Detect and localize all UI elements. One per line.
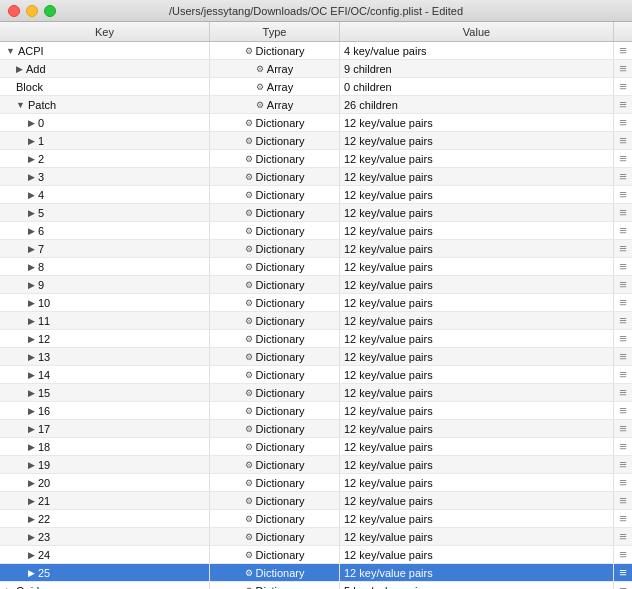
table-row[interactable]: ▶22⚙Dictionary12 key/value pairs≡ (0, 510, 632, 528)
table-row[interactable]: ▶5⚙Dictionary12 key/value pairs≡ (0, 204, 632, 222)
table-row[interactable]: ▶20⚙Dictionary12 key/value pairs≡ (0, 474, 632, 492)
minimize-button[interactable] (26, 5, 38, 17)
table-row[interactable]: ▶16⚙Dictionary12 key/value pairs≡ (0, 402, 632, 420)
col-header-value[interactable]: Value (340, 22, 614, 41)
table-row[interactable]: Block⚙Array0 children≡ (0, 78, 632, 96)
expand-arrow-icon[interactable]: ▶ (28, 244, 35, 254)
expand-arrow-icon[interactable]: ▶ (28, 298, 35, 308)
expand-arrow-icon[interactable]: ▶ (28, 532, 35, 542)
row-menu-icon[interactable]: ≡ (614, 348, 632, 365)
row-menu-icon[interactable]: ≡ (614, 240, 632, 257)
expand-arrow-icon[interactable]: ▶ (28, 226, 35, 236)
row-menu-icon[interactable]: ≡ (614, 366, 632, 383)
row-menu-icon[interactable]: ≡ (614, 402, 632, 419)
expand-arrow-icon[interactable]: ▶ (28, 460, 35, 470)
expand-arrow-icon[interactable]: ▼ (16, 100, 25, 110)
table-row[interactable]: ▶24⚙Dictionary12 key/value pairs≡ (0, 546, 632, 564)
expand-arrow-icon[interactable]: ▶ (28, 172, 35, 182)
expand-arrow-icon[interactable]: ▶ (28, 406, 35, 416)
table-row[interactable]: ▶7⚙Dictionary12 key/value pairs≡ (0, 240, 632, 258)
table-row[interactable]: ▶13⚙Dictionary12 key/value pairs≡ (0, 348, 632, 366)
row-menu-icon[interactable]: ≡ (614, 258, 632, 275)
expand-arrow-icon[interactable]: ▶ (28, 136, 35, 146)
table-row[interactable]: ▶14⚙Dictionary12 key/value pairs≡ (0, 366, 632, 384)
table-row[interactable]: ▶10⚙Dictionary12 key/value pairs≡ (0, 294, 632, 312)
expand-arrow-icon[interactable]: ▶ (28, 478, 35, 488)
table-row[interactable]: ▶Quirks⚙Dictionary5 key/value pairs≡ (0, 582, 632, 589)
row-menu-icon[interactable]: ≡ (614, 546, 632, 563)
maximize-button[interactable] (44, 5, 56, 17)
row-menu-icon[interactable]: ≡ (614, 510, 632, 527)
table-row[interactable]: ▶23⚙Dictionary12 key/value pairs≡ (0, 528, 632, 546)
expand-arrow-icon[interactable]: ▶ (28, 154, 35, 164)
expand-arrow-icon[interactable]: ▶ (28, 514, 35, 524)
expand-arrow-icon[interactable]: ▶ (28, 316, 35, 326)
row-menu-icon[interactable]: ≡ (614, 132, 632, 149)
row-menu-icon[interactable]: ≡ (614, 204, 632, 221)
row-menu-icon[interactable]: ≡ (614, 42, 632, 59)
row-menu-icon[interactable]: ≡ (614, 420, 632, 437)
table-row[interactable]: ▶1⚙Dictionary12 key/value pairs≡ (0, 132, 632, 150)
table-row[interactable]: ▶19⚙Dictionary12 key/value pairs≡ (0, 456, 632, 474)
table-row[interactable]: ▶0⚙Dictionary12 key/value pairs≡ (0, 114, 632, 132)
expand-arrow-icon[interactable]: ▶ (16, 64, 23, 74)
table-row[interactable]: ▶2⚙Dictionary12 key/value pairs≡ (0, 150, 632, 168)
row-menu-icon[interactable]: ≡ (614, 330, 632, 347)
row-menu-icon[interactable]: ≡ (614, 276, 632, 293)
table-row[interactable]: ▶Add⚙Array9 children≡ (0, 60, 632, 78)
table-row[interactable]: ▶4⚙Dictionary12 key/value pairs≡ (0, 186, 632, 204)
table-body[interactable]: ▼ACPI⚙Dictionary4 key/value pairs≡▶Add⚙A… (0, 42, 632, 589)
table-row[interactable]: ▶12⚙Dictionary12 key/value pairs≡ (0, 330, 632, 348)
table-row[interactable]: ▶15⚙Dictionary12 key/value pairs≡ (0, 384, 632, 402)
expand-arrow-icon[interactable]: ▶ (28, 280, 35, 290)
expand-arrow-icon[interactable]: ▶ (28, 334, 35, 344)
table-row[interactable]: ▶11⚙Dictionary12 key/value pairs≡ (0, 312, 632, 330)
expand-arrow-icon[interactable]: ▶ (28, 190, 35, 200)
expand-arrow-icon[interactable]: ▶ (28, 352, 35, 362)
row-menu-icon[interactable]: ≡ (614, 186, 632, 203)
expand-arrow-icon[interactable]: ▶ (28, 118, 35, 128)
row-menu-icon[interactable]: ≡ (614, 114, 632, 131)
expand-arrow-icon[interactable]: ▶ (28, 208, 35, 218)
row-menu-icon[interactable]: ≡ (614, 384, 632, 401)
col-header-key[interactable]: Key (0, 22, 210, 41)
row-menu-icon[interactable]: ≡ (614, 564, 632, 581)
table-row[interactable]: ▼ACPI⚙Dictionary4 key/value pairs≡ (0, 42, 632, 60)
expand-arrow-icon[interactable]: ▶ (28, 388, 35, 398)
expand-arrow-icon[interactable]: ▶ (28, 568, 35, 578)
expand-arrow-icon[interactable]: ▶ (6, 586, 13, 590)
row-menu-icon[interactable]: ≡ (614, 168, 632, 185)
row-menu-icon[interactable]: ≡ (614, 474, 632, 491)
table-row[interactable]: ▶8⚙Dictionary12 key/value pairs≡ (0, 258, 632, 276)
row-menu-icon[interactable]: ≡ (614, 294, 632, 311)
row-menu-icon[interactable]: ≡ (614, 78, 632, 95)
expand-arrow-icon[interactable]: ▶ (28, 496, 35, 506)
table-row[interactable]: ▶21⚙Dictionary12 key/value pairs≡ (0, 492, 632, 510)
row-menu-icon[interactable]: ≡ (614, 438, 632, 455)
col-header-type[interactable]: Type (210, 22, 340, 41)
expand-arrow-icon[interactable]: ▶ (28, 442, 35, 452)
table-row[interactable]: ▶18⚙Dictionary12 key/value pairs≡ (0, 438, 632, 456)
row-menu-icon[interactable]: ≡ (614, 96, 632, 113)
table-row[interactable]: ▶6⚙Dictionary12 key/value pairs≡ (0, 222, 632, 240)
row-menu-icon[interactable]: ≡ (614, 456, 632, 473)
table-row[interactable]: ▶17⚙Dictionary12 key/value pairs≡ (0, 420, 632, 438)
expand-arrow-icon[interactable]: ▶ (28, 424, 35, 434)
expand-arrow-icon[interactable]: ▶ (28, 370, 35, 380)
table-row[interactable]: ▼Patch⚙Array26 children≡ (0, 96, 632, 114)
table-row[interactable]: ▶3⚙Dictionary12 key/value pairs≡ (0, 168, 632, 186)
row-menu-icon[interactable]: ≡ (614, 312, 632, 329)
row-menu-icon[interactable]: ≡ (614, 582, 632, 589)
table-row[interactable]: ▶25⚙Dictionary12 key/value pairs≡ (0, 564, 632, 582)
expand-arrow-icon[interactable]: ▶ (28, 262, 35, 272)
row-menu-icon[interactable]: ≡ (614, 528, 632, 545)
cell-value: 12 key/value pairs (340, 186, 614, 203)
row-menu-icon[interactable]: ≡ (614, 60, 632, 77)
row-menu-icon[interactable]: ≡ (614, 222, 632, 239)
row-menu-icon[interactable]: ≡ (614, 150, 632, 167)
close-button[interactable] (8, 5, 20, 17)
expand-arrow-icon[interactable]: ▶ (28, 550, 35, 560)
expand-arrow-icon[interactable]: ▼ (6, 46, 15, 56)
table-row[interactable]: ▶9⚙Dictionary12 key/value pairs≡ (0, 276, 632, 294)
row-menu-icon[interactable]: ≡ (614, 492, 632, 509)
